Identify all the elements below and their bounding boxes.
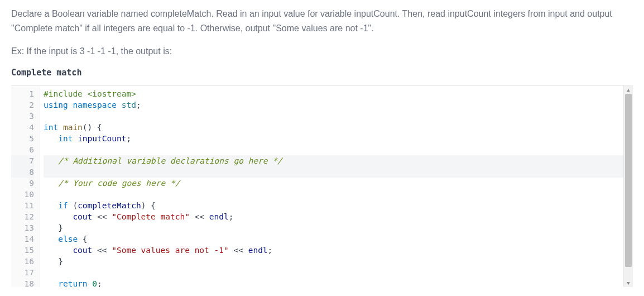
line-number: 4	[11, 122, 34, 133]
code-line[interactable]	[44, 111, 633, 122]
line-number: 18	[11, 278, 34, 287]
line-number: 11	[11, 200, 34, 211]
line-gutter: 123456789101112131415161718	[11, 86, 40, 287]
line-number: 12	[11, 211, 34, 222]
code-line[interactable]: }	[44, 222, 633, 233]
sample-output: Complete match	[0, 68, 644, 85]
line-number: 14	[11, 233, 34, 245]
code-line[interactable]	[44, 166, 633, 178]
vertical-scrollbar[interactable]: ▲ ▼	[623, 86, 633, 287]
code-line[interactable]	[44, 267, 633, 278]
code-area[interactable]: #include <iostream>using namespace std;i…	[40, 86, 633, 287]
line-number: 16	[11, 256, 34, 267]
code-line[interactable]: /* Additional variable declarations go h…	[44, 155, 633, 166]
code-line[interactable]: int inputCount;	[44, 133, 633, 144]
line-number: 2	[11, 99, 34, 111]
code-line[interactable]: cout << "Some values are not -1" << endl…	[44, 245, 633, 256]
code-line[interactable]: int main() {	[44, 122, 633, 133]
line-number: 8	[11, 166, 34, 178]
line-number: 7	[11, 155, 34, 166]
code-line[interactable]: cout << "Complete match" << endl;	[44, 211, 633, 222]
code-line[interactable]	[44, 144, 633, 155]
code-line[interactable]	[44, 189, 633, 200]
code-line[interactable]: }	[44, 256, 633, 267]
code-line[interactable]: using namespace std;	[44, 99, 633, 111]
line-number: 6	[11, 144, 34, 155]
code-editor[interactable]: 123456789101112131415161718 #include <io…	[11, 85, 633, 287]
line-number: 9	[11, 178, 34, 189]
code-line[interactable]: else {	[44, 233, 633, 245]
code-line[interactable]: /* Your code goes here */	[44, 178, 633, 189]
line-number: 15	[11, 245, 34, 256]
problem-statement: Declare a Boolean variable named complet…	[0, 0, 644, 59]
scroll-thumb[interactable]	[625, 94, 632, 267]
code-line[interactable]: #include <iostream>	[44, 88, 633, 99]
line-number: 3	[11, 111, 34, 122]
code-line[interactable]: if (completeMatch) {	[44, 200, 633, 211]
problem-para-2: Ex: If the input is 3 -1 -1 -1, the outp…	[11, 44, 633, 59]
line-number: 13	[11, 222, 34, 233]
line-number: 1	[11, 88, 34, 99]
line-number: 17	[11, 267, 34, 278]
line-number: 10	[11, 189, 34, 200]
problem-para-1: Declare a Boolean variable named complet…	[11, 7, 633, 35]
scroll-down-arrow[interactable]: ▼	[624, 279, 633, 287]
line-number: 5	[11, 133, 34, 144]
code-line[interactable]: return 0;	[44, 278, 633, 287]
scroll-up-arrow[interactable]: ▲	[624, 86, 633, 94]
